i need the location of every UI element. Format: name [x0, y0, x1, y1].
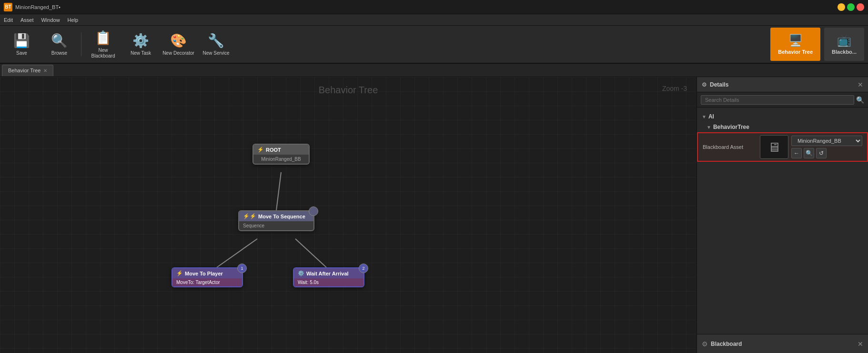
- ai-section-header[interactable]: ▼ AI: [697, 111, 868, 122]
- new-blackboard-button[interactable]: 📋 New Blackboard: [85, 28, 121, 61]
- new-task-label: New Task: [131, 50, 151, 56]
- sequence-node-header: ⚡⚡ Move To Sequence: [239, 211, 313, 221]
- new-service-icon: 🔧: [208, 33, 224, 49]
- titlebar: BT MinionRanged_BT•: [0, 0, 868, 14]
- wait-node-body: Wait: 5.0s: [294, 278, 363, 286]
- asset-search-button[interactable]: 🔍: [804, 148, 814, 158]
- blackboard-asset-row: Blackboard Asset 🖥 MinionRanged_BB ← 🔍 ↺: [697, 132, 868, 162]
- blackboard-icon: ⚙: [702, 340, 708, 348]
- canvas-title: Behavior Tree: [319, 85, 378, 96]
- sequence-title: Move To Sequence: [258, 214, 305, 219]
- right-panel: ⚙ Details ✕ 🔍 ▼ AI ▼ BehaviorTree Blackb…: [696, 77, 868, 353]
- browse-label: Browse: [51, 50, 67, 56]
- canvas-area[interactable]: Behavior Tree Zoom -3 ⚡ ROOT MinionRange…: [0, 77, 696, 353]
- asset-forward-button[interactable]: ↺: [816, 148, 827, 158]
- move-icon: ⚡: [176, 270, 183, 276]
- toolbar: 💾 Save 🔍 Browse 📋 New Blackboard ⚙️ New …: [0, 26, 868, 64]
- move-node-index: 1: [237, 264, 247, 273]
- blackboard-asset-select[interactable]: MinionRanged_BB: [791, 136, 862, 146]
- window-title: MinionRanged_BT•: [15, 4, 838, 10]
- details-icon: ⚙: [702, 81, 707, 88]
- wait-type: Wait: 5.0s: [298, 280, 319, 285]
- blackboard-asset-value: 🖥 MinionRanged_BB ← 🔍 ↺: [760, 135, 862, 159]
- details-content: ▼ AI ▼ BehaviorTree Blackboard Asset 🖥 M…: [697, 108, 868, 334]
- zoom-label: Zoom -3: [662, 85, 687, 92]
- details-close-button[interactable]: ✕: [858, 81, 863, 88]
- behavior-tree-subsection-label: BehaviorTree: [713, 124, 749, 130]
- wait-icon: ⚙️: [298, 270, 304, 276]
- blackboard-close-button[interactable]: ✕: [858, 340, 863, 348]
- close-button[interactable]: [857, 3, 864, 11]
- tabbar: Behavior Tree ✕: [0, 64, 868, 77]
- asset-actions: ← 🔍 ↺: [791, 148, 862, 158]
- new-blackboard-label: New Blackboard: [87, 48, 119, 59]
- search-details-input[interactable]: [701, 95, 854, 105]
- app-icon: BT: [4, 3, 12, 11]
- behavior-tree-subsection-header[interactable]: ▼ BehaviorTree: [697, 122, 868, 132]
- blackboard-title: Blackboard: [711, 341, 855, 347]
- save-icon: 💾: [13, 33, 30, 49]
- new-decorator-button[interactable]: 🎨 New Decorator: [161, 28, 196, 61]
- blackboard-asset-thumbnail: 🖥: [760, 135, 788, 159]
- new-decorator-label: New Decorator: [162, 50, 194, 56]
- window-controls: [838, 3, 864, 11]
- blackboard-mode-label: Blackbo...: [832, 49, 857, 55]
- sequence-icon: ⚡⚡: [243, 213, 256, 219]
- save-label: Save: [16, 50, 27, 56]
- svg-line-1: [217, 239, 257, 267]
- menubar: Edit Asset Window Help: [0, 14, 868, 26]
- search-icon: 🔍: [856, 96, 864, 104]
- toolbar-separator: [81, 32, 81, 56]
- root-node-header: ⚡ ROOT: [253, 145, 309, 155]
- behavior-tree-subsection-arrow: ▼: [707, 125, 711, 130]
- new-task-button[interactable]: ⚙️ New Task: [123, 28, 159, 61]
- blackboard-mode-button[interactable]: 📺 Blackbo...: [824, 28, 864, 61]
- main-content: Behavior Tree Zoom -3 ⚡ ROOT MinionRange…: [0, 77, 868, 353]
- browse-icon: 🔍: [51, 33, 68, 49]
- new-service-button[interactable]: 🔧 New Service: [198, 28, 234, 61]
- behavior-tree-mode-button[interactable]: 🖥️ Behavior Tree: [770, 28, 820, 61]
- move-to-player-node[interactable]: 1 ⚡ Move To Player MoveTo: TargetActor: [172, 267, 243, 287]
- search-bar: 🔍: [697, 92, 868, 108]
- sequence-node-body: Sequence: [239, 221, 313, 230]
- blackboard-mode-icon: 📺: [837, 34, 851, 47]
- behavior-tree-tab[interactable]: Behavior Tree ✕: [2, 65, 53, 76]
- root-subtitle: MinionRanged_BB: [261, 157, 301, 162]
- monitor-icon: 🖥: [767, 139, 781, 155]
- ai-section-arrow: ▼: [702, 114, 707, 119]
- save-button[interactable]: 💾 Save: [4, 28, 40, 61]
- new-task-icon: ⚙️: [132, 33, 149, 49]
- new-service-label: New Service: [202, 50, 229, 56]
- move-type: MoveTo: TargetActor: [176, 280, 220, 285]
- maximize-button[interactable]: [847, 3, 855, 11]
- asset-back-button[interactable]: ←: [791, 148, 802, 158]
- asset-select-wrap: MinionRanged_BB ← 🔍 ↺: [791, 136, 862, 158]
- move-node-header: ⚡ Move To Player: [172, 268, 242, 278]
- mode-buttons: 🖥️ Behavior Tree 📺 Blackbo...: [770, 28, 864, 61]
- menu-edit[interactable]: Edit: [4, 17, 13, 23]
- minimize-button[interactable]: [838, 3, 845, 11]
- sequence-node[interactable]: ⚡⚡ Move To Sequence Sequence: [238, 210, 314, 231]
- menu-help[interactable]: Help: [68, 17, 79, 23]
- menu-window[interactable]: Window: [41, 17, 60, 23]
- browse-button[interactable]: 🔍 Browse: [41, 28, 77, 61]
- tab-close-icon[interactable]: ✕: [43, 68, 47, 73]
- move-title: Move To Player: [185, 271, 223, 276]
- behavior-tree-mode-label: Behavior Tree: [778, 49, 813, 55]
- blackboard-panel: ⚙ Blackboard ✕: [697, 334, 868, 353]
- wait-title: Wait After Arrival: [306, 271, 349, 276]
- root-icon: ⚡: [257, 147, 264, 153]
- root-node-body: MinionRanged_BB: [253, 155, 309, 164]
- details-header: ⚙ Details ✕: [697, 77, 868, 92]
- menu-asset[interactable]: Asset: [20, 17, 34, 23]
- new-blackboard-icon: 📋: [95, 30, 111, 46]
- new-decorator-icon: 🎨: [170, 33, 187, 49]
- ai-section-label: AI: [708, 113, 714, 120]
- wait-after-arrival-node[interactable]: 2 ⚙️ Wait After Arrival Wait: 5.0s: [293, 267, 364, 287]
- wait-node-index: 2: [359, 264, 368, 273]
- sequence-type: Sequence: [243, 223, 264, 228]
- root-node[interactable]: ⚡ ROOT MinionRanged_BB: [252, 144, 310, 165]
- svg-line-0: [276, 172, 281, 210]
- blackboard-asset-label: Blackboard Asset: [703, 144, 760, 150]
- move-node-body: MoveTo: TargetActor: [172, 278, 242, 286]
